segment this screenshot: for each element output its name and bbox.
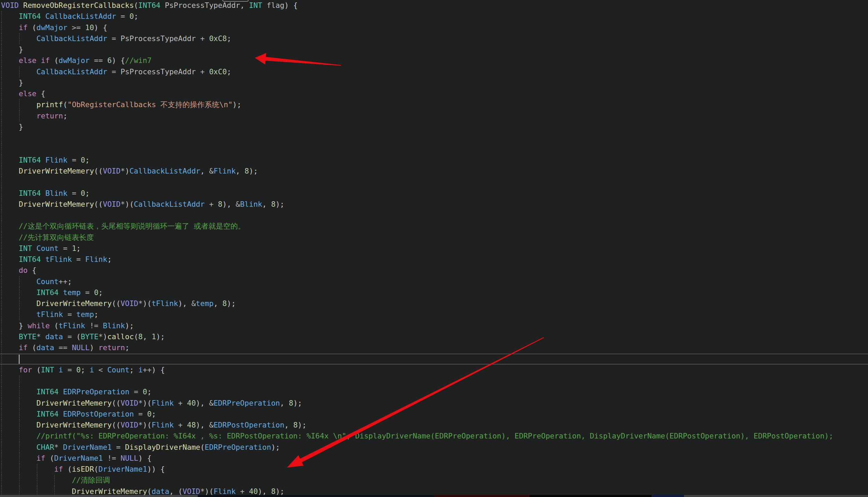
code-line-25[interactable]: do { [0,265,868,276]
code-line-43[interactable]: if (isEDR(DriverName1)) { [0,464,868,475]
code-line-13[interactable] [0,132,868,143]
code-line-38[interactable]: INT64 EDRPostOperation = 0; [0,409,868,420]
token-op: = [129,387,143,396]
code-line-35[interactable] [0,375,868,386]
code-line-9[interactable]: else { [0,88,868,99]
token-pln [1,387,37,396]
token-macro: VOID [103,200,121,208]
token-pun: ( [63,465,72,473]
code-line-44[interactable]: //清除回调 [0,475,868,486]
token-pun: ( [76,332,81,341]
code-line-39[interactable]: DriverWriteMemery((VOID*)(Flink + 48), &… [0,420,868,431]
token-pln [1,156,19,164]
code-line-19[interactable]: DriverWriteMemery((VOID*)(CallbackListAd… [0,199,868,210]
code-line-11[interactable]: return; [0,111,868,122]
code-line-37[interactable]: DriverWriteMemery((VOID*)(Flink + 40), &… [0,398,868,409]
code-line-5[interactable]: } [0,44,868,55]
code-line-8[interactable]: } [0,77,868,88]
token-fn: DriverWriteMemery [37,299,112,308]
token-var: data [45,332,63,341]
token-pln [41,156,45,164]
code-line-36[interactable]: INT64 EDRPreOperation = 0; [0,386,868,397]
token-type: INT64 [138,1,160,10]
code-line-28[interactable]: DriverWriteMemery((VOID*)(tFlink), &temp… [0,298,868,309]
token-num: 8 [271,487,276,496]
code-editor[interactable]: VOID RemoveObRegisterCallbacks(INT64 PsP… [0,0,868,497]
token-num: 0xC8 [209,34,227,43]
token-var: temp [196,299,214,308]
token-pun: , ( [169,487,183,496]
token-macro: NULL [72,343,90,352]
token-var: tFlink [152,299,178,308]
token-pln [1,443,37,451]
code-line-42[interactable]: if (DriverName1 != NULL) { [0,453,868,464]
token-var: CallbackListAddr [37,67,107,76]
token-var: Count [37,244,59,253]
code-line-16[interactable]: DriverWriteMemery((VOID*)CallbackListAdd… [0,166,868,177]
token-op: * [121,167,125,175]
token-pun: ; [85,156,90,164]
token-pun: ) { [285,1,298,10]
token-num: 8 [271,200,276,208]
code-line-15[interactable]: INT64 Flink = 0; [0,155,868,166]
token-pun: (( [94,200,103,208]
token-var: Count [37,277,59,286]
token-op: + [236,487,249,496]
token-pln [1,299,37,308]
code-line-41[interactable]: CHAR* DriverName1 = DisplayDriverName(ED… [0,442,868,453]
code-line-7[interactable]: CallbackListAddr = PsProcessTypeAddr + 0… [0,66,868,77]
code-line-26[interactable]: Count++; [0,276,868,287]
code-line-14[interactable] [0,143,868,154]
code-line-3[interactable]: if (dwMajor >= 10) { [0,22,868,33]
code-line-24[interactable]: INT64 tFlink = Flink; [0,254,868,265]
token-pln [1,244,19,253]
token-var: CallbackListAddr [45,12,116,21]
code-line-40[interactable]: //printf("%s: EDRPreOperation: %I64x , %… [0,431,868,442]
code-line-34[interactable]: for (INT i = 0; i < Count; i++) { [0,365,868,375]
token-pun: ; [134,12,138,21]
code-line-29[interactable]: tFlink = temp; [0,309,868,320]
code-line-30[interactable]: } while (tFlink != Blink); [0,320,868,331]
token-pln [1,12,19,21]
code-line-27[interactable]: INT64 temp = 0; [0,287,868,298]
code-line-6[interactable]: else if (dwMajor == 6) {//win7 [0,55,868,66]
code-line-33[interactable] [0,354,868,365]
token-pln [58,387,63,396]
token-var: i [58,366,63,374]
token-type: INT64 [19,189,41,197]
code-line-4[interactable]: CallbackListAddr = PsProcessTypeAddr + 0… [0,33,868,44]
token-pun: , [240,1,249,10]
code-line-32[interactable]: if (data == NULL) return; [0,342,868,353]
token-pun: ( [63,100,67,109]
text-cursor [19,355,19,364]
token-pun: ; [227,67,231,76]
token-pun: )( [205,487,213,496]
token-pun: ) { [112,56,125,65]
token-num: 0 [143,387,147,396]
token-var: EDRPreOperation [63,387,129,396]
token-var: data [37,343,54,352]
token-macro: VOID [121,299,139,308]
code-line-21[interactable]: //这是个双向循环链表，头尾相等则说明循环一遍了 或者就是空的。 [0,221,868,232]
code-line-23[interactable]: INT Count = 1; [0,243,868,254]
code-line-31[interactable]: BYTE* data = (BYTE*)calloc(8, 1); [0,331,868,342]
code-line-20[interactable] [0,210,868,221]
token-pln [1,487,72,496]
token-kw: for [19,366,32,374]
token-var: Blink [240,200,262,208]
token-pun: )) { [147,465,165,473]
token-op: = [58,244,72,253]
code-line-1[interactable]: VOID RemoveObRegisterCallbacks(INT64 PsP… [0,0,868,11]
token-pln [19,1,23,10]
code-line-2[interactable]: INT64 CallbackListAddr = 0; [0,11,868,22]
code-line-12[interactable]: } [0,122,868,132]
code-line-18[interactable]: INT64 Blink = 0; [0,188,868,199]
code-line-22[interactable]: //先计算双向链表长度 [0,232,868,243]
code-line-17[interactable] [0,177,868,188]
token-var: tFlink [37,310,63,319]
token-var: dwMajor [58,56,90,65]
code-line-10[interactable]: printf("ObRegisterCallbacks 不支持的操作系统\n")… [0,99,868,110]
token-pln [58,410,63,418]
token-op: + [205,200,218,208]
token-pln [1,167,19,175]
